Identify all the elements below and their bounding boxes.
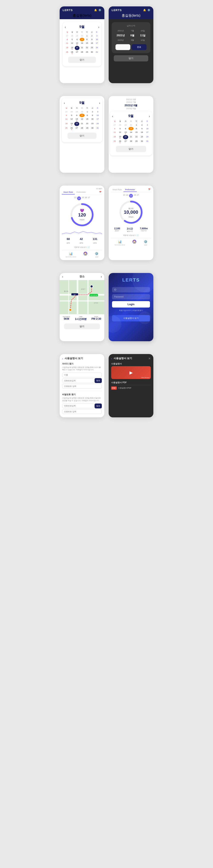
- close-calendar-btn[interactable]: 닫기: [68, 57, 96, 63]
- year-opt-1[interactable]: 2021년: [117, 29, 125, 33]
- cal-cell[interactable]: 2: [90, 110, 95, 114]
- day-opt-2[interactable]: 11일: [139, 33, 146, 38]
- cal-cell[interactable]: 25: [64, 126, 69, 130]
- cal-cell[interactable]: 13: [74, 117, 79, 122]
- cal-cell[interactable]: 28: [80, 50, 84, 55]
- video-thumbnail[interactable]: ▶ Utility Manager: [111, 366, 151, 379]
- cal-cell[interactable]: 7: [80, 38, 84, 41]
- year-opt-above-2[interactable]: 2022년 7월: [110, 101, 152, 104]
- close-cal-3-btn[interactable]: 닫기: [116, 146, 146, 152]
- prev-month-btn-3[interactable]: ‹: [112, 115, 113, 118]
- nav-history-2[interactable]: 📊 데이터히스토리: [115, 240, 125, 246]
- map-next-btn[interactable]: ›: [101, 275, 102, 278]
- cal-cell[interactable]: 30: [90, 126, 95, 130]
- cal-cell[interactable]: 4: [64, 114, 69, 117]
- cal-cell[interactable]: 20: [123, 135, 128, 139]
- month-opt-1[interactable]: 7월: [130, 29, 135, 33]
- cal-cell[interactable]: 27: [74, 126, 79, 130]
- date-15[interactable]: 15: [82, 196, 84, 200]
- cal-cell[interactable]: 10: [95, 114, 100, 117]
- map-prev-btn[interactable]: ‹: [62, 275, 63, 278]
- cal-cell[interactable]: 22: [84, 46, 89, 50]
- cal-cell[interactable]: 20: [74, 122, 79, 126]
- gear-icon-dark[interactable]: ⚙️: [147, 9, 150, 11]
- cal-cell[interactable]: 25: [112, 140, 117, 144]
- nav-settings-2[interactable]: ⚙️ 설정: [144, 240, 148, 246]
- cal-cell[interactable]: 6: [123, 127, 128, 130]
- cal-cell[interactable]: 15: [85, 117, 90, 122]
- date-13[interactable]: 13: [74, 196, 76, 200]
- cal-cell[interactable]: 28: [117, 123, 123, 127]
- cal-cell[interactable]: 31: [145, 140, 150, 144]
- cal-cell[interactable]: 19: [117, 135, 123, 139]
- cal-cell[interactable]: 30: [80, 34, 84, 37]
- pdf-export-2[interactable]: PDF로 내보내기 📄: [111, 234, 151, 237]
- next-month-btn[interactable]: ›: [98, 25, 99, 29]
- cal-cell[interactable]: 23: [139, 135, 145, 139]
- confirm-btn[interactable]: 완료: [132, 44, 147, 50]
- cal-cell[interactable]: 16: [90, 41, 94, 45]
- tab-pedometer-2[interactable]: Pedometer: [123, 188, 137, 192]
- month-opt-2[interactable]: 8월: [130, 33, 135, 38]
- cal-cell[interactable]: 19: [69, 122, 74, 126]
- login-btn[interactable]: Login: [112, 301, 150, 308]
- next-month-btn-3[interactable]: ›: [149, 115, 150, 118]
- cal-cell[interactable]: 28: [69, 110, 74, 114]
- cal-cell[interactable]: 26: [117, 140, 123, 144]
- cal-cell[interactable]: 11: [65, 41, 69, 45]
- cal-cell[interactable]: 27: [64, 110, 69, 114]
- year-opt-selected[interactable]: 2022년 8월: [110, 104, 152, 107]
- tab-pedometer[interactable]: Pedometer: [75, 190, 87, 194]
- send-btn-1[interactable]: 발송: [95, 378, 102, 383]
- cal-cell[interactable]: 31: [95, 126, 100, 130]
- bell-icon[interactable]: 🔔: [94, 9, 97, 11]
- cancel-btn[interactable]: 취소: [115, 44, 130, 50]
- prev-month-btn-2[interactable]: ‹: [64, 101, 65, 105]
- cal-cell[interactable]: 29: [74, 110, 79, 114]
- cal-cell[interactable]: 12: [70, 41, 74, 45]
- nav-home[interactable]: 🏠: [83, 252, 87, 258]
- cal-cell[interactable]: 5: [70, 38, 74, 41]
- id-search-verify-input[interactable]: [62, 384, 102, 389]
- cal-cell[interactable]: 29: [84, 50, 89, 55]
- pdf-export-1[interactable]: PDF로 내보내기 📄: [62, 246, 102, 248]
- cal-cell[interactable]: 14: [129, 130, 134, 135]
- tab-heart-rate-2[interactable]: Heart Rate: [111, 188, 123, 192]
- date-13-p[interactable]: 13: [123, 194, 125, 198]
- cal-cell[interactable]: 23: [90, 122, 95, 126]
- cal-cell[interactable]: 25: [65, 50, 69, 55]
- cal-cell[interactable]: 16: [139, 130, 145, 135]
- cal-cell[interactable]: 5: [117, 127, 123, 130]
- nav-home-2[interactable]: 🏠: [133, 240, 136, 246]
- cal-cell[interactable]: 19: [70, 46, 74, 50]
- cal-cell[interactable]: 27: [65, 34, 69, 37]
- manual-btn[interactable]: 사용설명서 보기: [112, 315, 150, 321]
- close-cal-2-btn[interactable]: 닫기: [68, 133, 97, 139]
- cal-cell[interactable]: 28: [70, 34, 74, 37]
- cal-cell[interactable]: 2: [90, 34, 94, 37]
- close-datepicker-btn[interactable]: 닫기: [114, 55, 148, 61]
- password-input[interactable]: [112, 294, 150, 300]
- cal-cell[interactable]: 29: [134, 140, 139, 144]
- cal-cell[interactable]: 14: [80, 41, 84, 45]
- cal-cell[interactable]: 1: [85, 110, 90, 114]
- year-opt-3[interactable]: 2023년: [117, 38, 125, 42]
- cal-cell[interactable]: 4: [112, 127, 117, 130]
- cal-cell[interactable]: 1: [84, 34, 89, 37]
- cal-cell[interactable]: 6: [75, 38, 79, 41]
- cal-cell[interactable]: 22: [85, 122, 90, 126]
- date-17[interactable]: 17: [88, 196, 90, 200]
- date-15-active[interactable]: 15: [129, 194, 133, 198]
- cal-cell[interactable]: 11: [64, 117, 69, 122]
- cal-cell[interactable]: 30: [129, 123, 134, 127]
- pw-search-verify-input[interactable]: [62, 409, 102, 414]
- cal-cell[interactable]: 3: [95, 34, 99, 37]
- cal-cell[interactable]: 3: [95, 110, 100, 114]
- cal-cell[interactable]: 18: [64, 122, 69, 126]
- cal-cell[interactable]: 29: [75, 34, 79, 37]
- cal-cell[interactable]: 21: [129, 135, 134, 139]
- next-month-btn-2[interactable]: ›: [99, 101, 100, 105]
- cal-cell[interactable]: 15: [134, 130, 139, 135]
- cal-cell[interactable]: 27: [123, 140, 128, 144]
- cal-cell[interactable]: 8: [85, 114, 90, 117]
